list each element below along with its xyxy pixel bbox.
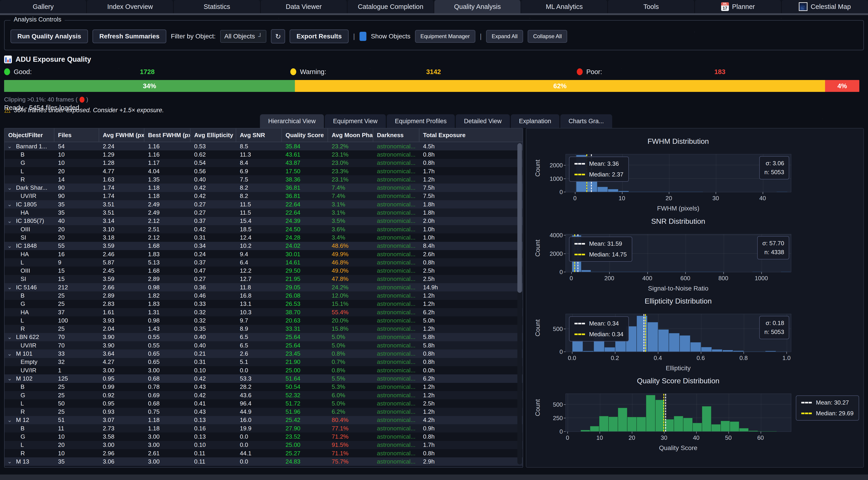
nav-tab-data-viewer[interactable]: Data Viewer bbox=[260, 0, 347, 13]
cell-darkness: astronomical... bbox=[373, 259, 420, 266]
column-header[interactable]: Avg Moon Phase bbox=[328, 128, 373, 142]
chevron-down-icon[interactable]: ⌄ bbox=[7, 351, 13, 357]
nav-tab-planner[interactable]: JUL17Planner bbox=[695, 0, 782, 13]
chevron-down-icon[interactable]: ⌄ bbox=[7, 218, 13, 224]
cell-quality-score: 30.01 bbox=[282, 251, 328, 258]
view-tab-hierarchical-view[interactable]: Hierarchical View bbox=[260, 114, 324, 128]
chevron-down-icon[interactable]: ⌄ bbox=[7, 143, 13, 149]
table-row[interactable]: ⌄Dark Shar...901.741.180.428.236.817.4%a… bbox=[5, 184, 523, 192]
table-row[interactable]: B250.990.780.4328.250.545.3%astronomical… bbox=[5, 383, 523, 391]
chevron-down-icon[interactable]: ⌄ bbox=[7, 201, 13, 208]
run-quality-analysis-button[interactable]: Run Quality Analysis bbox=[10, 29, 88, 43]
nav-tab-index-overview[interactable]: Index Overview bbox=[87, 0, 174, 13]
column-header[interactable]: Darkness bbox=[373, 128, 420, 142]
cell-avg-snr: 12.7 bbox=[236, 275, 282, 282]
object-name: R bbox=[21, 450, 25, 457]
table-row[interactable]: ⌄IC 51462122.660.980.3611.829.0524.2%ast… bbox=[5, 283, 523, 292]
table-row[interactable]: UV/IR703.900.550.406.525.645.0%astronomi… bbox=[5, 341, 523, 350]
table-row[interactable]: G250.920.690.4243.652.326.0%astronomical… bbox=[5, 391, 523, 399]
cell-best-fwhm: 2.61 bbox=[144, 450, 190, 457]
table-row[interactable]: B112.731.180.1619.927.9077.1%astronomica… bbox=[5, 424, 523, 432]
table-row[interactable]: HA371.611.310.3210.338.7055.4%astronomic… bbox=[5, 308, 523, 316]
table-row[interactable]: R102.962.610.1144.125.2771.1%astronomica… bbox=[5, 449, 523, 457]
collapse-all-button[interactable]: Collapse All bbox=[528, 30, 567, 43]
chevron-down-icon[interactable]: ⌄ bbox=[7, 334, 13, 340]
table-row[interactable]: SI203.182.120.3112.424.283.4%astronomica… bbox=[5, 233, 523, 242]
nav-tab-celestial-map[interactable]: Celestial Map bbox=[782, 0, 868, 13]
nav-tab-catalogue-completion[interactable]: Catalogue Completion bbox=[347, 0, 434, 13]
reload-filter-button[interactable]: ↻ bbox=[271, 29, 285, 43]
cell-object: ⌄M 13 bbox=[5, 458, 54, 465]
chevron-down-icon[interactable]: ⌄ bbox=[7, 185, 13, 191]
table-row[interactable]: G103.583.000.130.023.5271.2%astronomical… bbox=[5, 432, 523, 441]
cell-avg-fwhm: 2.24 bbox=[99, 143, 144, 150]
table-row[interactable]: OIII152.451.680.4712.229.5049.0%astronom… bbox=[5, 267, 523, 275]
table-row[interactable]: R250.930.750.4344.951.966.2%astronomical… bbox=[5, 408, 523, 416]
chevron-down-icon[interactable]: ⌄ bbox=[7, 417, 13, 423]
table-row[interactable]: ⌄M 1021250.950.680.4253.351.645.5%astron… bbox=[5, 374, 523, 383]
table-row[interactable]: ⌄IC 1848553.591.680.3410.224.0248.6%astr… bbox=[5, 242, 523, 250]
view-tab-charts-gra-[interactable]: Charts Gra... bbox=[560, 114, 612, 128]
table-scrollbar-thumb[interactable] bbox=[517, 143, 522, 293]
nav-tab-gallery[interactable]: Gallery bbox=[0, 0, 87, 13]
object-filter-select[interactable]: All Objects ┘ bbox=[220, 30, 266, 43]
object-name: M 102 bbox=[16, 375, 32, 382]
equipment-manager-button[interactable]: Equipment Manager bbox=[415, 30, 475, 43]
cell-moon-phase: 23.0% bbox=[328, 159, 373, 167]
table-row[interactable]: L95.875.130.376.414.6146.8%astronomical.… bbox=[5, 258, 523, 267]
view-tab-explanation[interactable]: Explanation bbox=[511, 114, 559, 128]
chevron-down-icon[interactable]: ⌄ bbox=[7, 243, 13, 249]
table-row[interactable]: R252.041.430.358.933.3115.8%astronomical… bbox=[5, 325, 523, 333]
table-row[interactable]: HA162.461.830.249.430.0149.9%astronomica… bbox=[5, 250, 523, 258]
table-row[interactable]: L1003.930.980.329.720.6320.0%astronomica… bbox=[5, 316, 523, 325]
table-row[interactable]: G101.281.170.548.443.8723.0%astronomical… bbox=[5, 159, 523, 167]
table-row[interactable]: Empty324.270.650.315.121.900.7%astronomi… bbox=[5, 358, 523, 366]
table-row[interactable]: L204.774.040.566.917.5023.3%astronomical… bbox=[5, 167, 523, 175]
table-row[interactable]: L500.950.680.4196.451.725.0%astronomical… bbox=[5, 399, 523, 408]
column-header[interactable]: Avg FWHM (px) bbox=[99, 128, 144, 142]
table-row[interactable]: L203.003.000.100.025.0091.5%astronomical… bbox=[5, 441, 523, 449]
chevron-down-icon[interactable]: ⌄ bbox=[7, 284, 13, 291]
chevron-down-icon[interactable]: ⌄ bbox=[7, 458, 13, 465]
show-objects-checkbox[interactable] bbox=[360, 32, 366, 41]
nav-tab-tools[interactable]: Tools bbox=[608, 0, 694, 13]
table-row[interactable]: G252.831.830.3313.126.5315.1%astronomica… bbox=[5, 300, 523, 308]
view-tab-equipment-profiles[interactable]: Equipment Profiles bbox=[387, 114, 455, 128]
table-row[interactable]: B101.291.160.6211.343.6123.1%astronomica… bbox=[5, 150, 523, 159]
view-tab-detailed-view[interactable]: Detailed View bbox=[456, 114, 510, 128]
column-header[interactable]: Quality Score bbox=[282, 128, 328, 142]
export-results-button[interactable]: Export Results bbox=[290, 29, 348, 43]
nav-tab-ml-analytics[interactable]: ML Analytics bbox=[521, 0, 608, 13]
table-row[interactable]: ⌄M 13353.063.000.110.024.8375.7%astronom… bbox=[5, 457, 523, 466]
column-header[interactable]: Files bbox=[54, 128, 99, 142]
table-row[interactable]: ⌄M 12513.071.180.1316.025.4280.4%astrono… bbox=[5, 416, 523, 424]
table-row[interactable]: UV/IR13.003.000.100.025.000.8%astronomic… bbox=[5, 366, 523, 374]
column-header[interactable]: Avg Ellipticity bbox=[190, 128, 236, 142]
table-row[interactable]: ⌄IC 1805353.512.490.2711.522.643.1%astro… bbox=[5, 200, 523, 208]
view-tab-equipment-view[interactable]: Equipment View bbox=[325, 114, 386, 128]
x-tick-mark bbox=[575, 192, 576, 194]
table-scrollbar[interactable] bbox=[517, 143, 522, 464]
cell-moon-phase: 49.9% bbox=[328, 251, 373, 258]
table-row[interactable]: OIII203.102.510.4218.524.503.6%astronomi… bbox=[5, 225, 523, 233]
table-row[interactable]: R141.631.350.407.538.3623.1%astronomical… bbox=[5, 175, 523, 184]
column-header[interactable]: Object/Filter bbox=[5, 128, 54, 142]
column-header[interactable]: Avg SNR bbox=[236, 128, 282, 142]
column-header[interactable]: Best FWHM (px) bbox=[144, 128, 190, 142]
expand-all-button[interactable]: Expand All bbox=[486, 30, 523, 43]
table-row[interactable]: ⌄Barnard 1...542.241.160.538.535.8423.2%… bbox=[5, 142, 523, 150]
column-header[interactable]: Total Exposure bbox=[420, 128, 523, 142]
table-row[interactable]: ⌄LBN 622703.900.550.406.525.645.0%astron… bbox=[5, 333, 523, 341]
table-row[interactable]: SI153.592.890.2712.721.9547.8%astronomic… bbox=[5, 275, 523, 283]
adu-title: ADU Exposure Quality bbox=[16, 55, 91, 64]
refresh-summaries-button[interactable]: Refresh Summaries bbox=[93, 29, 166, 43]
chevron-down-icon[interactable]: ⌄ bbox=[7, 375, 13, 382]
nav-tab-statistics[interactable]: Statistics bbox=[174, 0, 260, 13]
table-row[interactable]: HA353.512.490.2711.522.643.1%astronomica… bbox=[5, 208, 523, 217]
cell-object: ⌄IC 1805 bbox=[5, 201, 54, 208]
table-row[interactable]: ⌄M 101333.640.650.212.623.450.8%astronom… bbox=[5, 350, 523, 358]
table-row[interactable]: UV/IR901.741.180.428.236.817.4%astronomi… bbox=[5, 192, 523, 200]
table-row[interactable]: ⌄IC 1805(7)403.142.120.3715.424.393.5%as… bbox=[5, 217, 523, 225]
nav-tab-quality-analysis[interactable]: Quality Analysis bbox=[434, 0, 521, 13]
table-row[interactable]: B252.891.820.4616.826.0812.0%astronomica… bbox=[5, 292, 523, 300]
